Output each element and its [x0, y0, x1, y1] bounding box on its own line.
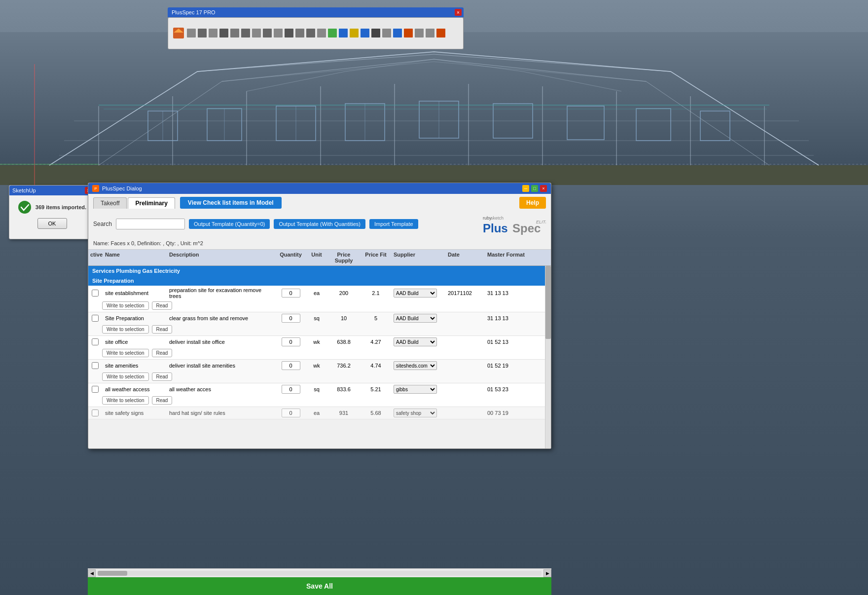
save-all-text: Save All [306, 582, 333, 590]
close-button[interactable]: × [540, 185, 547, 192]
cell-qty-1[interactable] [275, 287, 307, 299]
checkbox-6[interactable] [92, 409, 99, 416]
import-template-button[interactable]: Import Template [369, 219, 418, 229]
row-main-1: site establishment preparation site for … [88, 286, 551, 300]
search-row: Search Output Template (Quantity=0) Outp… [88, 209, 551, 239]
output-with-qty-button[interactable]: Output Template (With Quantities) [274, 219, 365, 229]
cell-desc-2: clear grass from site and remove [166, 314, 275, 323]
cell-date-6 [445, 411, 484, 414]
horizontal-scrollbar[interactable]: ◀ ▶ [88, 568, 551, 577]
scroll-left-arrow[interactable]: ◀ [88, 569, 96, 577]
qty-input-4[interactable] [282, 361, 300, 370]
scroll-thumb[interactable] [545, 266, 551, 339]
tab-checklist[interactable]: View Check list items in Model [180, 197, 282, 209]
svg-rect-53 [285, 29, 293, 37]
supplier-select-5[interactable]: gibbs [394, 385, 437, 394]
tab-preliminary[interactable]: Preliminary [128, 197, 175, 209]
read-button-3[interactable]: Read [152, 349, 173, 357]
ok-button[interactable]: OK [37, 218, 67, 229]
cell-unit-4: wk [307, 361, 326, 370]
read-button-5[interactable]: Read [152, 396, 173, 405]
supplier-select-2[interactable]: AAD Build [394, 314, 437, 323]
write-to-selection-button-2[interactable]: Write to selection [102, 325, 149, 334]
cell-qty-4[interactable] [275, 360, 307, 372]
qty-input-6[interactable] [282, 409, 300, 417]
svg-point-68 [18, 201, 31, 214]
write-to-selection-button-1[interactable]: Write to selection [102, 301, 149, 310]
checkbox-5[interactable] [92, 386, 99, 393]
minimize-button[interactable]: ─ [522, 185, 529, 192]
scroll-track[interactable] [98, 571, 542, 576]
qty-input-5[interactable] [282, 385, 300, 394]
toolbar-close-button[interactable]: × [455, 9, 462, 16]
checkmark-icon [18, 200, 32, 214]
row-main-3: site office deliver install site office … [88, 336, 551, 348]
svg-text:Plus: Plus [483, 222, 508, 235]
import-message: 369 items imported. [36, 204, 86, 210]
cell-master-1: 31 13 13 [484, 289, 529, 298]
cell-unit-2: sq [307, 314, 326, 323]
svg-rect-45 [198, 29, 207, 37]
row-actions-2: Write to selection Read [102, 324, 551, 335]
supplier-select-1[interactable]: AAD Build [394, 289, 437, 298]
checkbox-1[interactable] [92, 290, 99, 297]
supplier-select-6[interactable]: safety shop [394, 409, 437, 417]
plusspec-logo: ruby sketch Plus Spec ELITE [482, 212, 546, 236]
checkbox-cell-4[interactable] [88, 361, 102, 371]
cell-supplier-1: AAD Build [391, 287, 445, 299]
supplier-select-4[interactable]: sitesheds.com [394, 361, 437, 370]
checkbox-cell-2[interactable] [88, 313, 102, 323]
supplier-select-3[interactable]: AAD Build [394, 337, 437, 346]
svg-rect-46 [209, 29, 217, 37]
svg-rect-59 [350, 29, 359, 37]
search-input[interactable] [116, 219, 185, 229]
output-qty0-button[interactable]: Output Template (Quantity=0) [189, 219, 270, 229]
header-name: Name [102, 250, 166, 265]
scroll-right-arrow[interactable]: ▶ [543, 569, 551, 577]
cell-price-supply-3: 638.8 [326, 337, 361, 346]
toolbar-icons [172, 26, 448, 41]
cell-supplier-4: sitesheds.com [391, 360, 445, 372]
sketchup-dialog-content: 369 items imported. OK [9, 195, 95, 234]
table-row: Site Preparation clear grass from site a… [88, 312, 551, 336]
cell-name-2: Site Preparation [102, 314, 166, 323]
qty-input-3[interactable] [282, 337, 300, 346]
svg-rect-60 [361, 29, 369, 37]
cell-name-4: site amenities [102, 361, 166, 370]
table-row: site establishment preparation site for … [88, 286, 551, 312]
read-button-1[interactable]: Read [152, 301, 173, 310]
cell-master-4: 01 52 19 [484, 361, 529, 370]
scroll-thumb-h[interactable] [98, 571, 127, 576]
qty-input-2[interactable] [282, 314, 300, 323]
cell-name-6: site safety signs [102, 409, 166, 417]
cell-name-1: site establishment [102, 289, 166, 298]
cell-price-supply-2: 10 [326, 314, 361, 323]
checkbox-cell-3[interactable] [88, 337, 102, 347]
checkbox-cell-6[interactable] [88, 408, 102, 418]
tab-takeoff[interactable]: Takeoff [93, 197, 127, 209]
checkbox-cell-5[interactable] [88, 384, 102, 394]
write-to-selection-button-5[interactable]: Write to selection [102, 396, 149, 405]
row-actions-3: Write to selection Read [102, 348, 551, 359]
help-button[interactable]: Help [519, 197, 546, 209]
checkbox-2[interactable] [92, 315, 99, 322]
svg-rect-58 [339, 29, 348, 37]
qty-input-1[interactable] [282, 289, 300, 298]
write-to-selection-button-4[interactable]: Write to selection [102, 372, 149, 381]
checkbox-4[interactable] [92, 362, 99, 369]
cell-supplier-2: AAD Build [391, 312, 445, 324]
checkbox-cell-1[interactable] [88, 288, 102, 298]
cell-qty-5[interactable] [275, 383, 307, 395]
cell-qty-6[interactable] [275, 407, 307, 419]
checkbox-3[interactable] [92, 338, 99, 345]
table-body: Services Plumbing Gas Electricity Site P… [88, 266, 551, 448]
cell-qty-2[interactable] [275, 312, 307, 324]
save-all-bar[interactable]: Save All [88, 577, 551, 595]
write-to-selection-button-3[interactable]: Write to selection [102, 349, 149, 357]
cell-qty-3[interactable] [275, 336, 307, 348]
read-button-2[interactable]: Read [152, 325, 173, 334]
read-button-4[interactable]: Read [152, 372, 173, 381]
vertical-scrollbar[interactable] [545, 266, 551, 448]
maximize-button[interactable]: □ [531, 185, 538, 192]
plusspec-toolbar-title: PlusSpec 17 PRO × [168, 7, 464, 17]
